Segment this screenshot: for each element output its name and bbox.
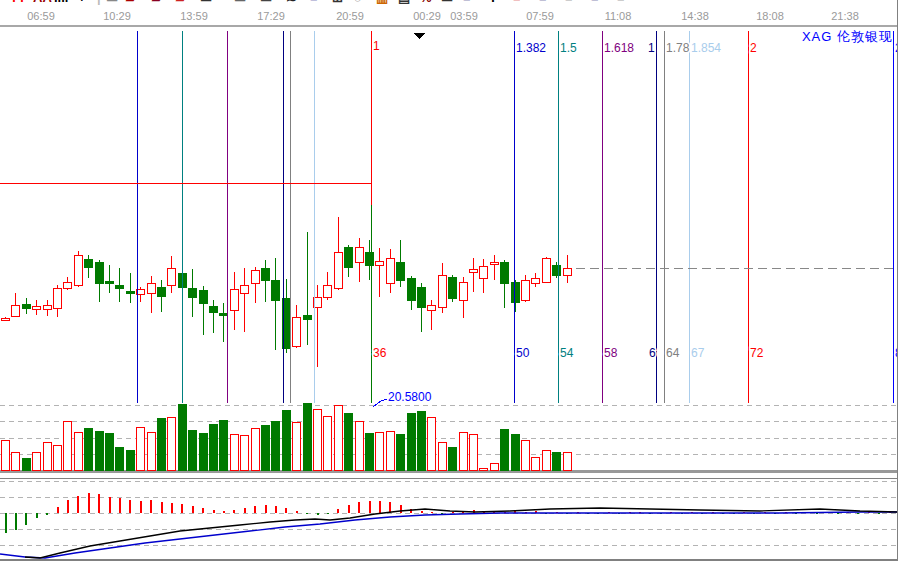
- volume-bar: [480, 468, 488, 470]
- macd-hist-bar: [379, 501, 381, 513]
- macd-hist-bar: [140, 501, 142, 513]
- macd-hist-bar: [67, 500, 69, 513]
- volume-bar: [178, 404, 186, 470]
- volume-bar: [553, 452, 561, 470]
- volume-bar: [116, 447, 124, 470]
- fib-top-label: 1.382: [516, 41, 546, 55]
- volume-bar: [64, 421, 72, 470]
- volume-bar: [126, 450, 134, 470]
- volume-bar: [22, 458, 30, 470]
- fib-bottom-label: 64: [666, 346, 680, 360]
- volume-bar: [438, 442, 446, 470]
- fib-top-label: 1.78: [666, 41, 690, 55]
- volume-bar: [542, 450, 550, 470]
- candle-body: [210, 306, 218, 312]
- candle-body: [189, 288, 197, 297]
- fib-top-label: 1: [373, 39, 380, 53]
- volume-bar: [501, 429, 509, 470]
- candle-body: [272, 280, 280, 300]
- macd-hist-bar: [400, 505, 402, 513]
- candle-body: [303, 315, 311, 319]
- volume-bar: [522, 440, 530, 470]
- macd-hist-bar: [452, 512, 454, 513]
- fib-top-label: 1.854: [691, 41, 721, 55]
- volume-bar: [272, 421, 280, 470]
- macd-hist-bar: [119, 498, 121, 513]
- macd-hist-bar: [296, 511, 298, 513]
- macd-hist-bar: [36, 513, 38, 518]
- candle-body: [563, 268, 571, 275]
- candle-body: [33, 306, 41, 309]
- fib-bottom-label: 36: [373, 346, 387, 360]
- volume-bar: [376, 432, 384, 470]
- macd-hist-bar: [98, 494, 100, 513]
- macd-hist-bar: [317, 513, 319, 515]
- volume-bar: [241, 435, 249, 470]
- volume-bar: [210, 424, 218, 470]
- macd-hist-bar: [181, 504, 183, 513]
- volume-bar: [74, 432, 82, 470]
- macd-hist-bar: [337, 509, 339, 513]
- fib-bottom-label: 58: [604, 346, 618, 360]
- macd-hist-bar: [254, 506, 256, 513]
- volume-bar: [251, 428, 259, 470]
- macd-layer: [0, 493, 897, 558]
- volume-bar: [12, 452, 20, 470]
- candle-body: [158, 287, 166, 296]
- down-triangle-marker: [413, 33, 425, 39]
- candle-body: [511, 282, 519, 302]
- macd-hist-bar: [25, 513, 27, 525]
- candle-body: [490, 262, 498, 264]
- chart-window: TTAAılıl+|▭▰▰▰▭▭▭≋≡⊞◌▥▤%▭≡T≡≡≡≡≡ 06:5910…: [0, 0, 898, 561]
- candle-body: [324, 285, 332, 297]
- volume-bar: [137, 427, 145, 470]
- candle-body: [366, 252, 374, 265]
- candle-body: [428, 305, 436, 310]
- macd-hist-bar: [46, 513, 48, 515]
- candle-body: [147, 283, 155, 293]
- macd-hist-bar: [369, 501, 371, 513]
- macd-hist-bar: [389, 502, 391, 513]
- chart-canvas[interactable]: 1361.382501.5541.61858161.78641.85467272…: [0, 0, 898, 561]
- fib-bottom-label: 54: [560, 346, 574, 360]
- macd-hist-bar: [327, 513, 329, 514]
- volume-bar: [33, 452, 41, 470]
- symbol-label: XAG 伦敦银现: [802, 28, 893, 46]
- annotation-layer: 20.5800: [373, 390, 432, 407]
- volume-bar: [158, 418, 166, 470]
- candle-body: [74, 255, 82, 285]
- macd-hist-bar: [213, 510, 215, 513]
- volume-bar: [43, 442, 51, 470]
- candle-body: [480, 266, 488, 278]
- candle-body: [470, 269, 478, 272]
- macd-hist-bar: [431, 512, 433, 513]
- volume-bar: [563, 452, 571, 470]
- candle-body: [532, 278, 540, 283]
- candle-body: [12, 305, 20, 316]
- candle-body: [230, 289, 238, 310]
- macd-hist-bar: [285, 508, 287, 513]
- candle-body: [95, 262, 103, 283]
- macd-hist-bar: [244, 508, 246, 513]
- macd-hist-bar: [5, 513, 7, 533]
- volume-bar: [54, 445, 62, 470]
- volume-bar: [459, 432, 467, 470]
- volume-bar: [230, 434, 238, 470]
- candle-body: [106, 281, 114, 283]
- volume-bar: [418, 411, 426, 470]
- candle-body: [438, 275, 446, 307]
- volume-bar: [449, 447, 457, 470]
- candle-body: [449, 277, 457, 298]
- volume-bar: [147, 432, 155, 470]
- volume-bar: [345, 413, 353, 470]
- volume-bar: [2, 440, 10, 470]
- macd-hist-bar: [15, 513, 17, 530]
- macd-hist-bar: [265, 505, 267, 513]
- candle-body: [553, 265, 561, 275]
- volume-bar: [85, 428, 93, 470]
- volume-bar: [106, 433, 114, 470]
- candle-body: [126, 291, 134, 293]
- volume-bar: [189, 430, 197, 470]
- fib-top-label: 1: [648, 41, 655, 55]
- macd-hist-bar: [275, 506, 277, 513]
